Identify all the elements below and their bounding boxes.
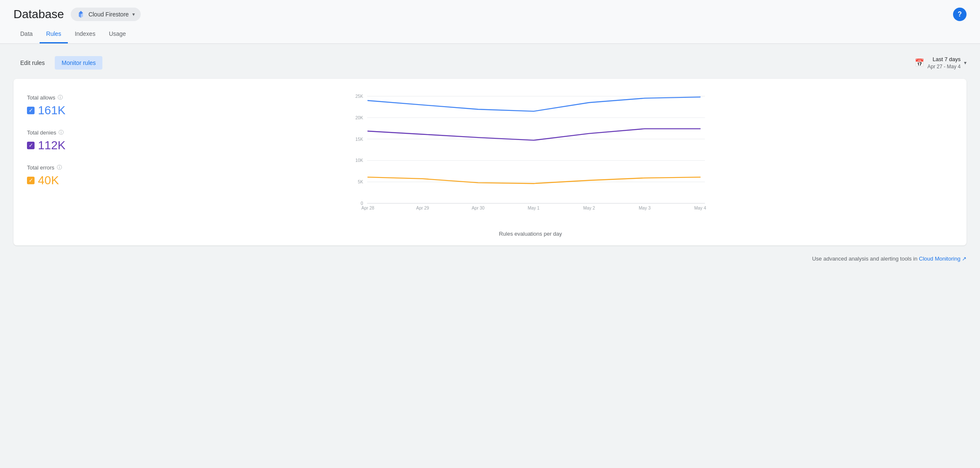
svg-text:0: 0 — [361, 201, 363, 206]
date-range-chevron-icon: ▾ — [964, 60, 967, 66]
svg-text:25K: 25K — [355, 94, 363, 99]
denies-value: 112K — [38, 139, 65, 152]
legend-errors-value-row: ✓ 40K — [27, 174, 94, 187]
legend-denies-label: Total denies ⓘ — [27, 129, 94, 136]
date-range-sub: Apr 27 - May 4 — [927, 63, 961, 70]
chart-layout: Total allows ⓘ ✓ 161K Total denies ⓘ ✓ — [27, 91, 953, 237]
tab-indexes[interactable]: Indexes — [68, 26, 102, 43]
main-content: Edit rules Monitor rules 📅 Last 7 days A… — [0, 44, 980, 274]
calendar-icon: 📅 — [915, 58, 924, 67]
firestore-icon — [77, 10, 85, 19]
footer-note: Use advanced analysis and alerting tools… — [13, 256, 967, 262]
svg-text:May 4: May 4 — [694, 206, 706, 210]
nav-tabs: Data Rules Indexes Usage — [13, 26, 967, 43]
chart-legend: Total allows ⓘ ✓ 161K Total denies ⓘ ✓ — [27, 91, 94, 237]
footer-prefix: Use advanced analysis and alerting tools… — [812, 256, 919, 262]
svg-text:May 3: May 3 — [639, 206, 651, 210]
svg-text:Apr 28: Apr 28 — [361, 206, 375, 210]
chart-x-label: Rules evaluations per day — [108, 231, 953, 237]
svg-text:15K: 15K — [355, 137, 363, 142]
header-left: Database Cloud Firestore ▾ — [13, 8, 141, 21]
svg-text:5K: 5K — [358, 180, 363, 184]
svg-text:20K: 20K — [355, 116, 363, 120]
page-title: Database — [13, 8, 64, 21]
monitor-rules-button[interactable]: Monitor rules — [55, 56, 102, 70]
legend-errors: Total errors ⓘ ✓ 40K — [27, 164, 94, 187]
toolbar-left: Edit rules Monitor rules — [13, 56, 102, 70]
product-label: Cloud Firestore — [88, 11, 129, 18]
chart-area: 25K 20K 15K 10K 5K 0 — [108, 91, 953, 237]
chart-svg: 25K 20K 15K 10K 5K 0 — [108, 91, 953, 227]
date-range-selector[interactable]: 📅 Last 7 days Apr 27 - May 4 ▾ — [915, 56, 967, 70]
date-range-title: Last 7 days — [927, 56, 961, 63]
denies-help-icon[interactable]: ⓘ — [59, 129, 64, 136]
svg-text:May 1: May 1 — [527, 206, 539, 210]
legend-allows-value-row: ✓ 161K — [27, 104, 94, 117]
allows-value: 161K — [38, 104, 65, 117]
chevron-down-icon: ▾ — [132, 11, 135, 17]
product-selector[interactable]: Cloud Firestore ▾ — [71, 8, 141, 21]
cloud-monitoring-link[interactable]: Cloud Monitoring ↗ — [919, 256, 967, 262]
errors-checkbox[interactable]: ✓ — [27, 177, 35, 184]
edit-rules-button[interactable]: Edit rules — [13, 56, 51, 70]
errors-help-icon[interactable]: ⓘ — [57, 164, 62, 171]
external-link-icon: ↗ — [962, 256, 967, 262]
allows-checkbox[interactable]: ✓ — [27, 107, 35, 114]
svg-text:Apr 29: Apr 29 — [416, 206, 429, 210]
toolbar: Edit rules Monitor rules 📅 Last 7 days A… — [13, 56, 967, 70]
legend-allows-label: Total allows ⓘ — [27, 94, 94, 101]
tab-rules[interactable]: Rules — [40, 26, 68, 43]
legend-denies: Total denies ⓘ ✓ 112K — [27, 129, 94, 152]
tab-data[interactable]: Data — [13, 26, 40, 43]
legend-errors-label: Total errors ⓘ — [27, 164, 94, 171]
legend-allows: Total allows ⓘ ✓ 161K — [27, 94, 94, 117]
errors-value: 40K — [38, 174, 59, 187]
legend-denies-value-row: ✓ 112K — [27, 139, 94, 152]
page-header: Database Cloud Firestore ▾ ? Data Rules … — [0, 0, 980, 44]
date-range-text: Last 7 days Apr 27 - May 4 — [927, 56, 961, 70]
allows-help-icon[interactable]: ⓘ — [58, 94, 63, 101]
denies-checkbox[interactable]: ✓ — [27, 142, 35, 149]
tab-usage[interactable]: Usage — [102, 26, 132, 43]
header-top: Database Cloud Firestore ▾ ? — [13, 8, 967, 21]
svg-text:Apr 30: Apr 30 — [472, 206, 485, 210]
svg-text:May 2: May 2 — [583, 206, 595, 210]
help-button[interactable]: ? — [953, 8, 967, 21]
chart-card: Total allows ⓘ ✓ 161K Total denies ⓘ ✓ — [13, 79, 967, 245]
svg-text:10K: 10K — [355, 158, 363, 163]
